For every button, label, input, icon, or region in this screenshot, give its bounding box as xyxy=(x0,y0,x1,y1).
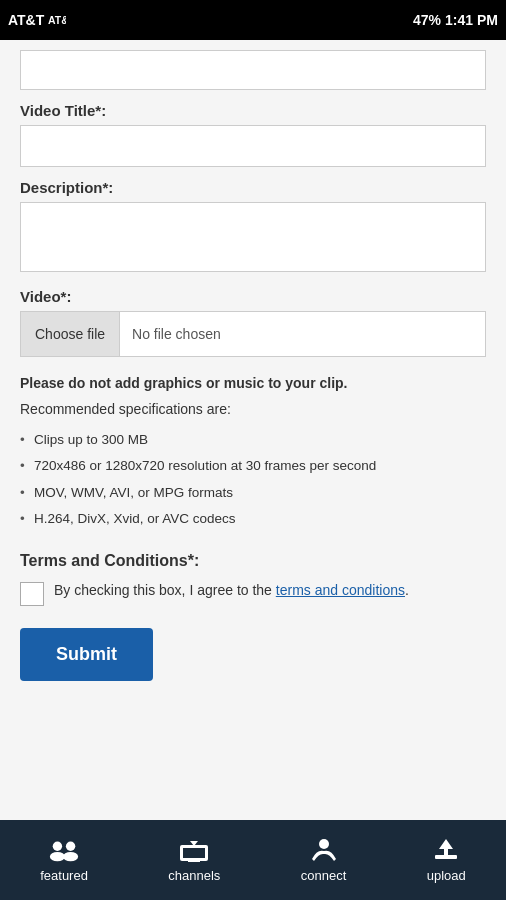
no-file-text: No file chosen xyxy=(120,326,233,342)
channels-icon xyxy=(178,838,210,864)
featured-label: featured xyxy=(40,868,88,883)
terms-row: By checking this box, I agree to the ter… xyxy=(20,580,486,606)
spec-item-4: H.264, DivX, Xvid, or AVC codecs xyxy=(20,506,486,532)
nav-item-upload[interactable]: upload xyxy=(417,830,476,891)
description-input[interactable] xyxy=(20,202,486,272)
signal-plus-icon: AT&T xyxy=(48,11,66,29)
upload-icon xyxy=(430,838,462,864)
svg-rect-7 xyxy=(188,859,200,862)
svg-point-2 xyxy=(50,851,65,860)
file-input-container: Choose file No file chosen xyxy=(20,311,486,357)
spec-item-1: Clips up to 300 MB xyxy=(20,427,486,453)
svg-text:AT&T: AT&T xyxy=(48,14,66,26)
bottom-nav: featured channels connect xyxy=(0,820,506,900)
nav-item-channels[interactable]: channels xyxy=(158,830,230,891)
connect-label: connect xyxy=(301,868,347,883)
svg-point-4 xyxy=(63,851,78,860)
svg-rect-8 xyxy=(183,848,205,858)
connect-icon xyxy=(308,838,340,864)
terms-checkbox[interactable] xyxy=(20,582,44,606)
svg-point-1 xyxy=(53,841,62,850)
specs-label: Recommended specifications are: xyxy=(20,401,486,417)
nav-item-featured[interactable]: featured xyxy=(30,830,98,891)
battery-text: 47% xyxy=(413,12,441,28)
main-content: Video Title*: Description*: Video*: Choo… xyxy=(0,40,506,820)
upload-label: upload xyxy=(427,868,466,883)
choose-file-button[interactable]: Choose file xyxy=(21,312,120,356)
status-right: 47% 1:41 PM xyxy=(413,12,498,28)
carrier-text: AT&T xyxy=(8,12,44,28)
description-label: Description*: xyxy=(20,179,486,196)
terms-conditions-link[interactable]: terms and conditions xyxy=(276,582,405,598)
svg-point-3 xyxy=(66,841,75,850)
status-bar: AT&T AT&T 47% 1:41 PM xyxy=(0,0,506,40)
time-text: 1:41 PM xyxy=(445,12,498,28)
terms-label: Terms and Conditions*: xyxy=(20,552,486,570)
featured-icon xyxy=(48,838,80,864)
svg-marker-11 xyxy=(439,839,453,857)
video-title-input[interactable] xyxy=(20,125,486,167)
top-partial-input xyxy=(20,50,486,90)
specs-list: Clips up to 300 MB 720x486 or 1280x720 r… xyxy=(20,427,486,532)
spec-item-2: 720x486 or 1280x720 resolution at 30 fra… xyxy=(20,453,486,479)
channels-label: channels xyxy=(168,868,220,883)
terms-text: By checking this box, I agree to the ter… xyxy=(54,580,409,601)
video-label: Video*: xyxy=(20,288,486,305)
video-title-label: Video Title*: xyxy=(20,102,486,119)
warning-text: Please do not add graphics or music to y… xyxy=(20,375,486,391)
spec-item-3: MOV, WMV, AVI, or MPG formats xyxy=(20,480,486,506)
nav-item-connect[interactable]: connect xyxy=(291,830,357,891)
submit-button[interactable]: Submit xyxy=(20,628,153,681)
svg-point-9 xyxy=(319,839,329,849)
status-left: AT&T AT&T xyxy=(8,11,66,29)
